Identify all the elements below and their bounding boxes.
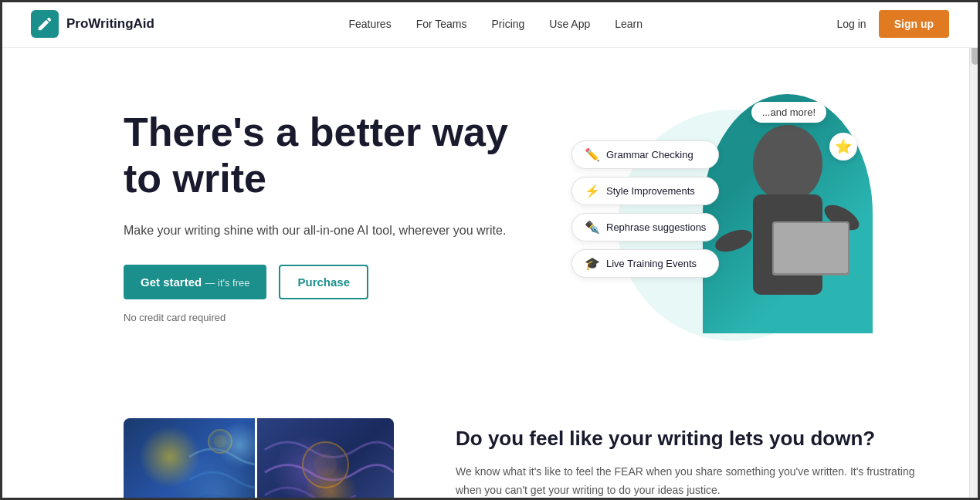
lower-body: We know what it's like to feel the FEAR … — [456, 463, 918, 500]
artwork-overlay — [255, 418, 394, 500]
person-image — [703, 94, 873, 333]
brand-name: ProWritingAid — [66, 16, 154, 32]
purchase-button[interactable]: Purchase — [279, 265, 368, 299]
hero-title: There's a better way to write — [124, 110, 525, 202]
logo-icon — [31, 10, 59, 38]
style-icon: ⚡ — [585, 184, 600, 198]
get-started-button[interactable]: Get started — it's free — [124, 265, 266, 299]
hero-subtitle: Make your writing shine with our all-in-… — [124, 221, 525, 241]
scrollbar[interactable] — [969, 0, 980, 500]
rephrase-label: Rephrase suggestions — [606, 221, 706, 233]
svg-point-7 — [214, 435, 226, 448]
pill-rephrase: ✒️ Rephrase suggestions — [571, 213, 719, 242]
lower-title: Do you feel like your writing lets you d… — [456, 426, 918, 452]
training-label: Live Training Events — [606, 258, 697, 269]
signup-button[interactable]: Sign up — [879, 10, 949, 38]
lower-section: My idea in my head Do you feel like your… — [0, 403, 980, 500]
training-icon: 🎓 — [585, 256, 600, 271]
navbar: ProWritingAid Features For Teams Pricing… — [0, 0, 980, 48]
nav-links: Features For Teams Pricing Use App Learn — [348, 18, 643, 30]
svg-point-0 — [753, 125, 822, 202]
more-bubble: ...and more! — [751, 102, 826, 123]
nav-features[interactable]: Features — [348, 18, 391, 30]
lower-text-content: Do you feel like your writing lets you d… — [456, 418, 918, 499]
pill-training: 🎓 Live Training Events — [571, 249, 719, 278]
login-button[interactable]: Log in — [837, 18, 866, 30]
svg-point-9 — [314, 454, 337, 477]
pill-style: ⚡ Style Improvements — [571, 177, 719, 205]
pill-grammar: ✏️ Grammar Checking — [571, 140, 719, 169]
artwork-container: My idea in my head — [124, 418, 394, 500]
nav-learn[interactable]: Learn — [615, 18, 643, 30]
nav-pricing[interactable]: Pricing — [492, 18, 525, 30]
nav-use-app[interactable]: Use App — [549, 18, 590, 30]
rephrase-icon: ✒️ — [585, 220, 600, 235]
grammar-label: Grammar Checking — [606, 149, 693, 160]
star-badge: ⭐ — [829, 133, 857, 160]
navbar-actions: Log in Sign up — [837, 10, 949, 38]
get-started-suffix: — it's free — [205, 277, 249, 289]
brand: ProWritingAid — [31, 10, 154, 38]
illustration-container: ✏️ Grammar Checking ⚡ Style Improvements… — [571, 94, 865, 341]
hero-section: There's a better way to write Make your … — [0, 48, 980, 403]
hero-illustration: ✏️ Grammar Checking ⚡ Style Improvements… — [556, 94, 918, 372]
svg-rect-5 — [774, 223, 848, 273]
hero-content: There's a better way to write Make your … — [124, 94, 525, 323]
grammar-icon: ✏️ — [585, 147, 600, 162]
hero-buttons: Get started — it's free Purchase — [124, 265, 525, 299]
no-credit-text: No credit card required — [124, 312, 525, 323]
style-label: Style Improvements — [606, 185, 695, 197]
nav-teams[interactable]: For Teams — [416, 18, 467, 30]
feature-pills: ✏️ Grammar Checking ⚡ Style Improvements… — [571, 140, 719, 278]
